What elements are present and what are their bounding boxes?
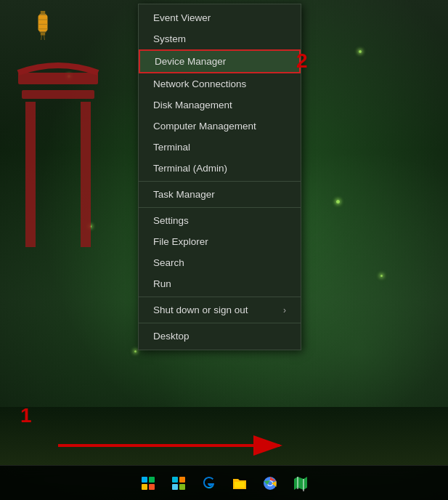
svg-rect-19: [172, 484, 178, 490]
submenu-arrow-icon: ›: [283, 305, 286, 315]
folder-icon: [232, 475, 248, 491]
svg-line-9: [41, 36, 42, 40]
svg-rect-14: [22, 90, 94, 99]
menu-separator-2: [139, 207, 301, 208]
taskbar-start-button[interactable]: [134, 469, 162, 497]
menu-item-run[interactable]: Run: [139, 273, 301, 294]
menu-separator-3: [139, 297, 301, 297]
svg-rect-18: [179, 477, 185, 483]
menu-item-event-viewer[interactable]: Event Viewer: [139, 7, 301, 28]
taskbar-file-explorer-button[interactable]: [226, 469, 253, 497]
taskbar-maps-button[interactable]: [287, 469, 314, 497]
taskbar-chrome-button[interactable]: [256, 469, 284, 497]
menu-item-computer-management[interactable]: Computer Management: [139, 116, 301, 137]
context-menu: Event Viewer System Device Manager Netwo…: [138, 4, 301, 350]
widgets-icon: [171, 476, 186, 491]
menu-item-desktop[interactable]: Desktop: [139, 326, 301, 347]
menu-item-system[interactable]: System: [139, 28, 301, 49]
svg-rect-7: [39, 31, 46, 33]
svg-rect-1: [39, 14, 46, 15]
taskbar: [0, 465, 448, 500]
edge-icon: [201, 475, 217, 491]
chrome-icon: [262, 475, 278, 491]
menu-item-terminal[interactable]: Terminal: [139, 137, 301, 158]
svg-rect-11: [25, 102, 36, 247]
taskbar-edge-button[interactable]: [195, 469, 223, 497]
menu-separator-4: [139, 323, 301, 323]
svg-rect-13: [18, 73, 98, 84]
torii-gate-decoration: [15, 44, 102, 247]
lantern-decoration: [33, 11, 53, 40]
svg-line-10: [44, 36, 45, 40]
annotation-number-2: 2: [296, 49, 308, 73]
taskbar-widgets-button[interactable]: [165, 469, 192, 497]
svg-rect-20: [179, 484, 185, 490]
particle: [134, 350, 137, 352]
windows-logo-icon: [142, 477, 155, 490]
menu-item-file-explorer[interactable]: File Explorer: [139, 231, 301, 252]
svg-rect-17: [172, 477, 178, 483]
menu-item-search[interactable]: Search: [139, 252, 301, 273]
menu-item-device-manager[interactable]: Device Manager: [139, 49, 301, 73]
menu-item-network-connections[interactable]: Network Connections: [139, 73, 301, 94]
svg-rect-0: [41, 11, 45, 14]
red-arrow-right: [58, 431, 290, 460]
menu-item-shut-down[interactable]: Shut down or sign out ›: [139, 299, 301, 320]
svg-rect-8: [41, 33, 45, 36]
svg-rect-12: [81, 102, 91, 247]
menu-item-terminal-admin[interactable]: Terminal (Admin): [139, 158, 301, 179]
menu-separator-1: [139, 181, 301, 182]
maps-icon: [293, 475, 309, 491]
annotation-number-1: 1: [20, 404, 32, 427]
menu-item-disk-management[interactable]: Disk Management: [139, 94, 301, 116]
particle: [336, 200, 340, 203]
menu-item-task-manager[interactable]: Task Manager: [139, 184, 301, 205]
particle: [359, 50, 362, 53]
menu-item-settings[interactable]: Settings: [139, 210, 301, 231]
